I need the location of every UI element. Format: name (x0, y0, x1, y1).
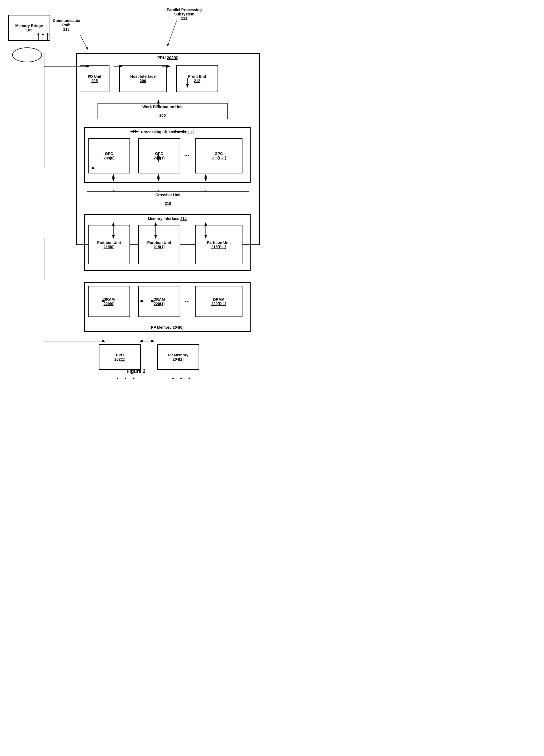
gpc-dots: ... (184, 150, 189, 157)
dram1-num: 220(1) (154, 302, 164, 306)
pca-header: Processing Cluster Array 230 (141, 130, 194, 134)
io-unit-box: I/O Unit 205 (80, 65, 109, 92)
svg-line-8 (80, 34, 88, 49)
front-end-num: 212 (194, 79, 200, 83)
parallel-subsystem-label: Parallel Processing Subsystem 112 (157, 8, 211, 21)
gpc0-num: 208(0) (103, 156, 114, 160)
pu0-label: Partition Unit (97, 240, 121, 245)
gpc2-num: 208(C-1) (211, 156, 226, 160)
host-interface-num: 206 (140, 79, 146, 83)
front-end-box: Front End 212 (176, 65, 218, 92)
pu2-box: Partition Unit 215(D-1) (195, 225, 242, 264)
comm-path-label: Communication Path 113 (53, 18, 80, 31)
dram1-box: DRAM 220(1) (138, 286, 180, 317)
dram2-label: DRAM (213, 297, 225, 302)
mem-interface-header: Memory Interface 214 (148, 217, 187, 221)
pu2-num: 215(D-1) (211, 245, 226, 249)
crossbar-num: 210 (165, 201, 171, 206)
pu-dots: ... (185, 240, 190, 247)
ppu1-box: PPU 202(1) (99, 344, 141, 370)
dram0-num: 220(0) (103, 302, 114, 306)
memory-bridge-num: 105 (26, 28, 32, 32)
dram2-box: DRAM 220(D-1) (195, 286, 242, 317)
dram2-num: 220(D-1) (211, 302, 226, 306)
wdu-box: Work Distribution Unit 200 (98, 103, 228, 119)
svg-line-9 (167, 21, 177, 46)
diagram-container: Memory Bridge 105 Communication Path 113… (0, 0, 272, 366)
wdu-num: 200 (159, 113, 166, 118)
pu1-box: Partition Unit 215(1) (138, 225, 180, 264)
dram1-label: DRAM (154, 297, 165, 302)
bus-ellipse (12, 47, 42, 62)
ppu1-label: PPU (116, 353, 124, 357)
pu0-box: Partition Unit 215(0) (88, 225, 130, 264)
dram-dots: ... (185, 297, 190, 304)
crossbar-label: Crossbar Unit (156, 193, 181, 197)
io-unit-num: 205 (91, 79, 98, 83)
front-end-label: Front End (188, 74, 206, 79)
pu0-num: 215(0) (103, 245, 114, 249)
gpc1-box: GPC 208(1) (138, 138, 180, 173)
gpc0-label: GPC (105, 151, 113, 156)
gpc1-label: GPC (155, 151, 163, 156)
crossbar-box: Crossbar Unit 210 (87, 191, 249, 207)
pp-mem1-label: PP Memory (168, 353, 189, 357)
gpc2-box: GPC 208(C-1) (195, 138, 242, 173)
v-dots-2: • • • (172, 375, 191, 380)
io-unit-label: I/O Unit (88, 74, 101, 79)
host-interface-label: Host Interface (130, 74, 156, 79)
gpc1-num: 208(1) (154, 156, 164, 160)
pu2-label: Partition Unit (207, 240, 231, 245)
ppu1-num: 202(1) (114, 357, 125, 361)
dram0-box: DRAM 220(0) (88, 286, 130, 317)
pp-mem1-box: PP Memory 204(1) (157, 344, 199, 370)
host-interface-box: Host Interface 206 (119, 65, 167, 92)
pu1-label: Partition Unit (147, 240, 171, 245)
gpc0-box: GPC 208(0) (88, 138, 130, 173)
dram0-label: DRAM (103, 297, 115, 302)
v-dots-1: • • • (116, 375, 136, 380)
wdu-label: Work Distribution Unit (143, 105, 183, 109)
pp-mem1-num: 204(1) (173, 357, 183, 361)
pu1-num: 215(1) (154, 245, 164, 249)
ppu0-header: PPU 202(0) (157, 55, 179, 60)
gpc2-label: GPC (215, 151, 223, 156)
memory-bridge-label: Memory Bridge (15, 24, 43, 28)
pp-memory0-label: PP Memory 204(0) (151, 325, 183, 329)
memory-bridge-box: Memory Bridge 105 (8, 15, 50, 41)
